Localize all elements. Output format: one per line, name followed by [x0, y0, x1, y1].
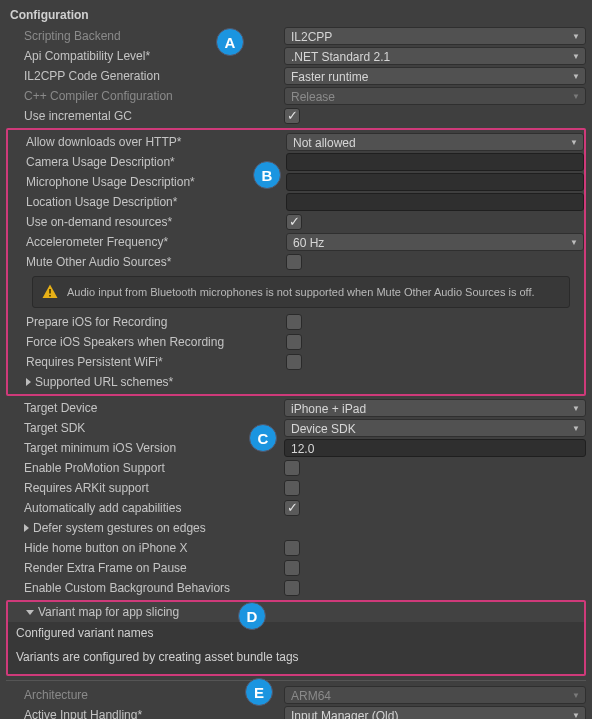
annotation-badge-e: E [245, 678, 273, 706]
label-url-schemes: Supported URL schemes* [35, 375, 173, 389]
chevron-down-icon [26, 610, 34, 615]
dropdown-active-input[interactable]: Input Manager (Old) [284, 706, 586, 719]
checkbox-extra-frame[interactable] [284, 560, 300, 576]
svg-rect-1 [49, 295, 51, 297]
checkbox-arkit[interactable] [284, 480, 300, 496]
checkbox-persist-wifi[interactable] [286, 354, 302, 370]
dropdown-il2cpp-codegen[interactable]: Faster runtime [284, 67, 586, 85]
checkbox-hide-home[interactable] [284, 540, 300, 556]
dropdown-scripting-backend[interactable]: IL2CPP [284, 27, 586, 45]
label-active-input: Active Input Handling* [24, 708, 284, 719]
info-bluetooth-text: Audio input from Bluetooth microphones i… [67, 286, 535, 298]
dropdown-accel-freq[interactable]: 60 Hz [286, 233, 584, 251]
foldout-defer-gestures[interactable]: Defer system gestures on edges [6, 518, 586, 538]
label-defer-gestures: Defer system gestures on edges [33, 521, 206, 535]
dropdown-architecture: ARM64 [284, 686, 586, 704]
info-bluetooth-warning: Audio input from Bluetooth microphones i… [32, 276, 570, 308]
row-configured-variants: Configured variant names [8, 622, 584, 644]
label-custom-bg: Enable Custom Background Behaviors [24, 581, 284, 595]
annotation-badge-d: D [238, 602, 266, 630]
input-camera-desc[interactable] [286, 153, 584, 171]
checkbox-force-speakers[interactable] [286, 334, 302, 350]
label-arkit: Requires ARKit support [24, 481, 284, 495]
checkbox-on-demand[interactable] [286, 214, 302, 230]
annotation-badge-a: A [216, 28, 244, 56]
checkbox-prepare-rec[interactable] [286, 314, 302, 330]
label-target-sdk: Target SDK [24, 421, 284, 435]
label-force-speakers: Force iOS Speakers when Recording [26, 335, 286, 349]
annotation-badge-b: B [253, 161, 281, 189]
divider [6, 680, 586, 681]
label-target-device: Target Device [24, 401, 284, 415]
label-mic-desc: Microphone Usage Description* [26, 175, 286, 189]
label-il2cpp-codegen: IL2CPP Code Generation [24, 69, 284, 83]
label-on-demand: Use on-demand resources* [26, 215, 286, 229]
checkbox-promotion[interactable] [284, 460, 300, 476]
label-prepare-rec: Prepare iOS for Recording [26, 315, 286, 329]
input-mic-desc[interactable] [286, 173, 584, 191]
label-cpp-compiler: C++ Compiler Configuration [24, 89, 284, 103]
input-location-desc[interactable] [286, 193, 584, 211]
label-extra-frame: Render Extra Frame on Pause [24, 561, 284, 575]
input-min-ios[interactable]: 12.0 [284, 439, 586, 457]
label-auto-caps: Automatically add capabilities [24, 501, 284, 515]
chevron-right-icon [24, 524, 29, 532]
label-hide-home: Hide home button on iPhone X [24, 541, 284, 555]
foldout-variant-map[interactable]: Variant map for app slicing [8, 602, 584, 622]
checkbox-mute-other[interactable] [286, 254, 302, 270]
checkbox-custom-bg[interactable] [284, 580, 300, 596]
label-min-ios: Target minimum iOS Version [24, 441, 284, 455]
dropdown-cpp-compiler: Release [284, 87, 586, 105]
label-api-compat: Api Compatibility Level* [24, 49, 284, 63]
label-incremental-gc: Use incremental GC [24, 109, 284, 123]
dropdown-target-sdk[interactable]: Device SDK [284, 419, 586, 437]
svg-rect-0 [49, 289, 51, 294]
dropdown-api-compat[interactable]: .NET Standard 2.1 [284, 47, 586, 65]
annotation-badge-c: C [249, 424, 277, 452]
foldout-url-schemes[interactable]: Supported URL schemes* [8, 372, 584, 392]
dropdown-target-device[interactable]: iPhone + iPad [284, 399, 586, 417]
label-mute-other: Mute Other Audio Sources* [26, 255, 286, 269]
checkbox-incremental-gc[interactable] [284, 108, 300, 124]
row-variant-msg: Variants are configured by creating asse… [8, 644, 584, 674]
row-scripting-backend: Scripting Backend IL2CPP [6, 26, 586, 46]
checkbox-auto-caps[interactable] [284, 500, 300, 516]
label-persist-wifi: Requires Persistent WiFi* [26, 355, 286, 369]
label-variant-map: Variant map for app slicing [38, 605, 179, 619]
section-header: Configuration [6, 8, 586, 22]
warning-icon [41, 283, 59, 301]
chevron-right-icon [26, 378, 31, 386]
highlight-box-d: Variant map for app slicing Configured v… [6, 600, 586, 676]
label-allow-http: Allow downloads over HTTP* [26, 135, 286, 149]
label-location-desc: Location Usage Description* [26, 195, 286, 209]
label-accel-freq: Accelerometer Frequency* [26, 235, 286, 249]
label-camera-desc: Camera Usage Description* [26, 155, 286, 169]
label-scripting-backend: Scripting Backend [24, 29, 284, 43]
label-promotion: Enable ProMotion Support [24, 461, 284, 475]
highlight-box-b: Allow downloads over HTTP* Not allowed C… [6, 128, 586, 396]
dropdown-allow-http[interactable]: Not allowed [286, 133, 584, 151]
